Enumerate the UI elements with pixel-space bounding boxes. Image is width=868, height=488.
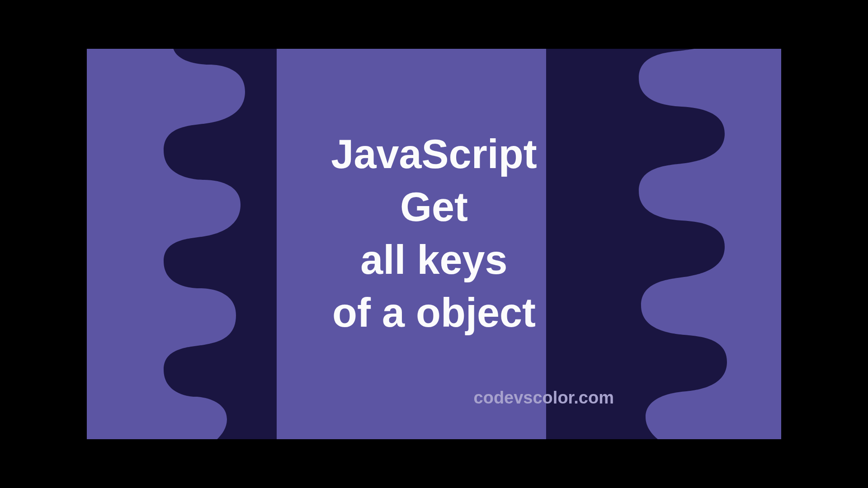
headline-line-1: JavaScript xyxy=(331,128,537,181)
wave-decoration-left xyxy=(87,49,277,439)
headline-line-4: of a object xyxy=(331,286,537,339)
banner-canvas: JavaScript Get all keys of a object code… xyxy=(87,49,781,439)
headline-line-2: Get xyxy=(331,181,537,234)
watermark: codevscolor.com xyxy=(474,388,614,408)
wave-decoration-right xyxy=(546,49,781,439)
headline: JavaScript Get all keys of a object xyxy=(331,128,537,339)
headline-line-3: all keys xyxy=(331,234,537,286)
